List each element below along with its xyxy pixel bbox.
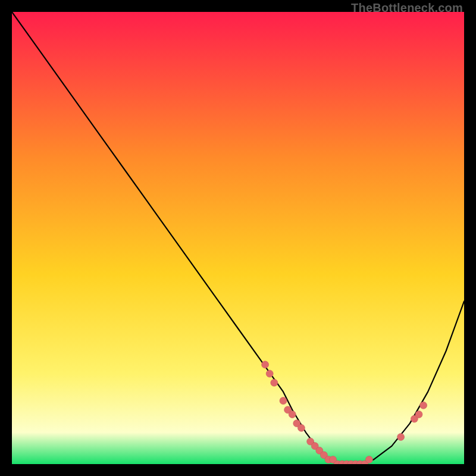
data-marker — [415, 411, 422, 418]
data-marker — [271, 379, 278, 386]
data-marker — [280, 397, 287, 405]
data-marker — [397, 433, 405, 440]
bottleneck-chart — [12, 12, 464, 464]
data-marker — [420, 402, 427, 409]
chart-container — [12, 12, 464, 464]
data-marker — [266, 370, 273, 377]
gradient-background — [12, 12, 464, 464]
data-marker — [262, 361, 269, 368]
data-marker — [289, 411, 296, 418]
data-marker — [298, 424, 305, 431]
data-marker — [365, 456, 372, 463]
